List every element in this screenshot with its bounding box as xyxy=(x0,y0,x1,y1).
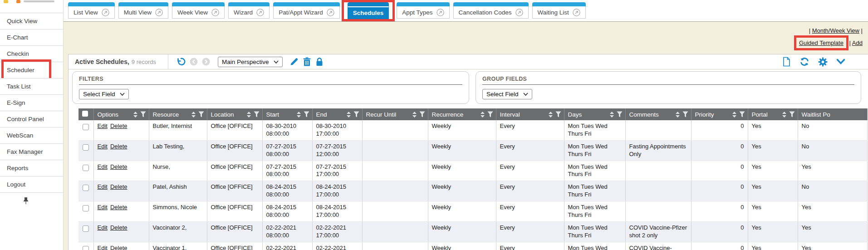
sidebar-item-webscan[interactable]: WebScan xyxy=(0,127,63,143)
filter-funnel-icon[interactable] xyxy=(739,111,745,118)
row-checkbox-cell xyxy=(78,181,93,201)
new-document-icon[interactable] xyxy=(782,57,791,67)
group-field-select[interactable]: Select Field xyxy=(482,89,532,99)
filter-funnel-icon[interactable] xyxy=(555,111,561,118)
row-checkbox[interactable] xyxy=(83,205,89,211)
delete-link[interactable]: Delete xyxy=(110,183,128,190)
delete-link[interactable]: Delete xyxy=(110,245,128,250)
popout-arrow-icon[interactable] xyxy=(436,9,444,16)
edit-link[interactable]: Edit xyxy=(98,245,108,250)
sidebar-item-reports[interactable]: Reports xyxy=(0,160,63,176)
perspective-select[interactable]: Main Perspective xyxy=(218,57,283,67)
refresh-icon[interactable] xyxy=(799,57,809,66)
popout-arrow-icon[interactable] xyxy=(155,9,163,16)
delete-link[interactable]: Delete xyxy=(110,204,128,211)
filter-funnel-icon[interactable] xyxy=(682,111,688,118)
edit-link[interactable]: Edit xyxy=(98,224,108,231)
select-all-checkbox[interactable] xyxy=(78,108,93,120)
popout-arrow-icon[interactable] xyxy=(573,9,580,16)
lock-icon[interactable] xyxy=(315,57,324,66)
tab-week-view[interactable]: Week View xyxy=(172,2,225,19)
row-checkbox[interactable] xyxy=(83,165,89,171)
popout-arrow-icon[interactable] xyxy=(256,9,264,16)
filters-field-select[interactable]: Select Field xyxy=(79,89,129,99)
tab-pat-appt-wizard[interactable]: Pat/Appt Wizard xyxy=(273,2,340,19)
sort-icon[interactable] xyxy=(782,111,787,118)
next-circle-icon[interactable] xyxy=(202,58,210,66)
filter-funnel-icon[interactable] xyxy=(254,111,260,118)
edit-link[interactable]: Edit xyxy=(98,143,108,150)
sidebar-item-scheduler[interactable]: Scheduler xyxy=(0,62,63,78)
sidebar-item-e-sign[interactable]: E-Sign xyxy=(0,94,63,111)
month-week-view-link[interactable]: Month/Week View xyxy=(812,27,859,34)
delete-link[interactable]: Delete xyxy=(110,163,128,170)
sort-icon[interactable] xyxy=(296,111,301,118)
filter-funnel-icon[interactable] xyxy=(304,111,309,118)
tab-cancellation-codes[interactable]: Cancellation Codes xyxy=(453,2,529,19)
row-checkbox[interactable] xyxy=(83,124,89,130)
tab-wizard[interactable]: Wizard xyxy=(228,2,270,19)
sort-icon[interactable] xyxy=(675,111,680,118)
sort-icon[interactable] xyxy=(548,111,553,118)
tab-list-view[interactable]: List View xyxy=(68,2,115,19)
delete-link[interactable]: Delete xyxy=(110,123,128,129)
gear-icon[interactable] xyxy=(818,57,828,67)
filter-funnel-icon[interactable] xyxy=(140,111,146,118)
tab-waiting-list[interactable]: Waiting List xyxy=(532,2,586,19)
chevron-down-icon[interactable] xyxy=(836,59,845,65)
sidebar-item-fax-manager[interactable]: Fax Manager xyxy=(0,143,63,160)
undo-icon[interactable] xyxy=(176,57,186,67)
guided-template-link[interactable]: Guided Template xyxy=(799,39,843,46)
popout-arrow-icon[interactable] xyxy=(102,9,109,16)
sort-icon[interactable] xyxy=(609,111,614,118)
cell-recur_until xyxy=(362,201,428,222)
filter-funnel-icon[interactable] xyxy=(789,111,795,118)
popout-arrow-icon[interactable] xyxy=(515,9,523,16)
cell-start: 08-24-2015 08:00:00 xyxy=(262,181,312,201)
delete-trash-icon[interactable] xyxy=(303,57,311,66)
sidebar-item-e-chart[interactable]: E-Chart xyxy=(0,29,63,45)
delete-link[interactable]: Delete xyxy=(110,224,128,231)
sort-icon[interactable] xyxy=(412,111,417,118)
sort-icon[interactable] xyxy=(191,111,196,118)
filter-funnel-icon[interactable] xyxy=(353,111,359,118)
filter-funnel-icon[interactable] xyxy=(617,111,623,118)
edit-link[interactable]: Edit xyxy=(98,204,108,211)
sidebar-item-control-panel[interactable]: Control Panel xyxy=(0,111,63,127)
filter-funnel-icon[interactable] xyxy=(487,111,493,118)
edit-link[interactable]: Edit xyxy=(98,163,108,170)
panel-toolbar: Active Schedules, 9 records xyxy=(69,54,868,69)
add-link[interactable]: Add xyxy=(852,39,863,46)
filter-funnel-icon[interactable] xyxy=(198,111,204,118)
prev-circle-icon[interactable] xyxy=(190,58,198,66)
tab-schedules[interactable]: Schedules xyxy=(348,2,389,19)
row-checkbox[interactable] xyxy=(83,185,89,191)
row-checkbox[interactable] xyxy=(83,225,89,232)
row-checkbox[interactable] xyxy=(83,144,89,151)
tab-appt-types[interactable]: Appt Types xyxy=(397,2,449,19)
filter-funnel-icon[interactable] xyxy=(419,111,425,118)
sidebar-item-quick-view[interactable]: Quick View xyxy=(0,13,63,29)
tab-multi-view[interactable]: Multi View xyxy=(118,2,168,19)
tab-top-strip xyxy=(273,2,340,6)
sort-icon[interactable] xyxy=(480,111,485,118)
sidebar-item-checkin[interactable]: Checkin xyxy=(0,45,63,62)
popout-arrow-icon[interactable] xyxy=(327,9,334,16)
delete-link[interactable]: Delete xyxy=(110,143,128,150)
sort-icon[interactable] xyxy=(732,111,737,118)
edit-link[interactable]: Edit xyxy=(98,123,108,129)
cell-location: Office [OFFICE] xyxy=(207,201,262,222)
pushpin-icon[interactable] xyxy=(23,197,29,205)
row-checkbox[interactable] xyxy=(83,246,89,250)
sort-icon[interactable] xyxy=(246,111,251,118)
sidebar-item-logout[interactable]: Logout xyxy=(0,176,63,192)
edit-link[interactable]: Edit xyxy=(98,183,108,190)
sidebar-item-task-list[interactable]: Task List xyxy=(0,78,63,94)
cell-priority: 0 xyxy=(691,221,748,242)
sort-icon[interactable] xyxy=(346,111,351,118)
column-label: Portal xyxy=(752,111,768,118)
sort-icon[interactable] xyxy=(133,111,138,118)
edit-pencil-icon[interactable] xyxy=(289,57,299,66)
popout-arrow-icon[interactable] xyxy=(211,9,219,16)
pipe: | xyxy=(849,39,851,46)
